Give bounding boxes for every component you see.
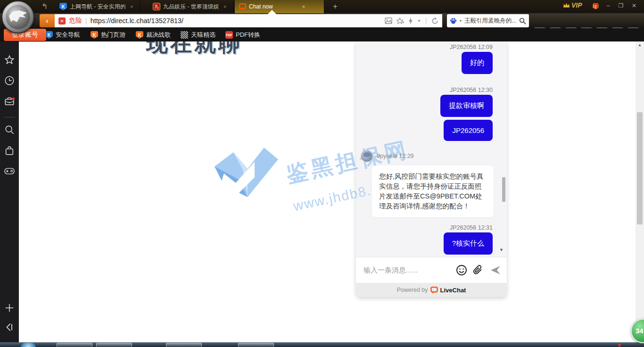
livechat-widget: 鉴黑担保网 www.jhdb8.com JP262056 12:09 好的 JP…	[356, 41, 507, 297]
baidu-paw-icon	[450, 17, 457, 25]
orange-shield-k-icon: K	[91, 31, 98, 39]
back-button[interactable]: ‹	[40, 14, 55, 27]
gift-icon[interactable]: 🎁	[592, 3, 599, 9]
history-clock-icon[interactable]	[4, 75, 15, 86]
bookmark-pdf-convert[interactable]: PDF PDF转换	[225, 28, 260, 41]
collapse-sidebar-icon[interactable]	[4, 322, 15, 332]
chat-footer: Powered by LiveChat	[356, 283, 507, 297]
blue-shield-k-icon: K	[45, 31, 53, 39]
tab-title: 九品娱乐 - 世界顶级娱	[163, 3, 219, 11]
favorite-add-icon[interactable]	[396, 17, 404, 25]
tab-close-icon[interactable]: ×	[130, 4, 133, 9]
watermark-check-logo	[198, 140, 285, 211]
chat-input-placeholder[interactable]: 输入一条消息......	[363, 266, 418, 275]
games-gamepad-icon[interactable]	[4, 166, 15, 176]
scrollbar-thumb[interactable]	[637, 112, 643, 224]
messages-briefcase-icon[interactable]	[4, 96, 15, 107]
bookmark-safe-nav[interactable]: K 安全导航	[45, 28, 80, 41]
start-orb-icon[interactable]	[21, 343, 36, 347]
bookmark-war-song[interactable]: K 裁决战歌	[136, 28, 171, 41]
scroll-down-icon[interactable]: ▼	[499, 248, 504, 252]
minimize-button[interactable]: –	[603, 0, 614, 11]
search-icon[interactable]	[519, 17, 526, 25]
search-engine-caret-icon[interactable]: ▼	[459, 19, 462, 23]
image-icon[interactable]	[385, 17, 392, 24]
restore-button[interactable]: ❐	[615, 0, 627, 11]
message-meta: JP262056 12:31	[450, 224, 493, 231]
taskbar-app-button[interactable]	[166, 343, 202, 347]
taskbar-app-button[interactable]	[96, 343, 132, 347]
message-meta: JP262056 12:30	[450, 87, 493, 93]
browser-toolbar: ‹ ✕ 危险 | https://direct.lc.chat/13527813…	[0, 13, 644, 28]
tab-bar: ↰ K 上网导航 - 安全实用的 × 九 九品娱乐 - 世界顶级娱 × Chat…	[0, 0, 644, 13]
blue-shield-favicon: K	[59, 3, 67, 10]
livechat-logo-icon	[430, 287, 438, 294]
checker-grid-icon	[181, 31, 188, 39]
page-heading: 现在就聊	[146, 41, 242, 58]
tab-close-icon[interactable]: ×	[302, 4, 305, 9]
taskbar-app-button[interactable]	[238, 343, 274, 347]
favorites-star-icon[interactable]	[4, 55, 15, 65]
tab-close-icon[interactable]: ×	[223, 4, 226, 9]
new-tab-button[interactable]: +	[330, 1, 340, 12]
tab-chat-now[interactable]: Chat now ×	[235, 0, 324, 13]
emoji-icon[interactable]	[456, 264, 467, 276]
tab-title: 上网导航 - 安全实用的	[70, 3, 125, 11]
active-tab-notch	[268, 10, 276, 14]
shopping-bag-icon[interactable]	[4, 146, 15, 156]
page-scrollbar[interactable]: ▲	[636, 41, 644, 342]
tab-jiupin-casino[interactable]: 九 九品娱乐 - 世界顶级娱 ×	[149, 0, 234, 13]
send-icon[interactable]	[490, 264, 501, 276]
livechat-bubble-favicon	[239, 3, 246, 10]
agent-message-bubble: 您好,风控部门需要核实您的账号真实信息，请您手持身份证正反面照片发送邮件至CS@…	[372, 165, 494, 217]
tab-title: Chat now	[249, 3, 273, 10]
chevron-down-icon[interactable]: ▼	[417, 19, 421, 23]
sidebar-divider	[4, 117, 15, 117]
browser-sidebar	[0, 41, 19, 342]
orange-shield-k-icon: K	[136, 31, 143, 39]
pdf-icon: PDF	[225, 31, 233, 39]
crown-icon	[563, 2, 570, 8]
search-icon[interactable]	[4, 124, 15, 135]
close-button[interactable]: ✕	[628, 0, 640, 11]
cheetah-browser-logo[interactable]	[1, 0, 34, 33]
lightning-icon[interactable]	[408, 17, 413, 25]
message-meta: JP262056 12:09	[450, 44, 493, 50]
page-content: 现在就聊 鉴黑担保网 www.jhdb8.com 鉴黑担保网 www.jhdb8…	[19, 41, 636, 342]
danger-x-icon: ✕	[58, 17, 66, 25]
search-query[interactable]: 王毅引用孟晚舟的...	[464, 17, 517, 25]
user-message-bubble: JP262056	[444, 120, 493, 141]
tab-navigation-site[interactable]: K 上网导航 - 安全实用的 ×	[56, 0, 140, 13]
windows-taskbar[interactable]	[0, 342, 644, 347]
chat-scrollbar-thumb[interactable]	[502, 177, 505, 202]
user-message-bubble: 提款审核啊	[440, 95, 493, 117]
chat-input-bar[interactable]: 输入一条消息......	[356, 257, 507, 283]
add-plus-icon[interactable]	[4, 303, 15, 313]
taskbar-red-dot-icon	[618, 344, 621, 347]
vip-badge[interactable]: VIP	[563, 1, 582, 9]
bookmark-tmall[interactable]: 天猫精选	[181, 28, 215, 41]
bookmark-hot-games[interactable]: K 热门页游	[91, 28, 125, 41]
search-box[interactable]: ▼ 王毅引用孟晚舟的...	[447, 14, 529, 27]
scrollbar-up-arrow[interactable]: ▲	[636, 43, 644, 47]
url-text[interactable]: https://direct.lc.chat/13527813/	[91, 17, 381, 25]
page-action-icons: ▼ |	[385, 17, 438, 25]
refresh-icon[interactable]	[431, 17, 438, 25]
red-emblem-favicon: 九	[153, 3, 160, 10]
agent-name-time: 9pyuele 12:29	[377, 153, 414, 159]
history-back-arrow-icon[interactable]: ↰	[41, 2, 48, 11]
user-message-bubble: ?核实什么	[444, 232, 493, 255]
url-separator: |	[85, 17, 87, 25]
danger-label: 危险	[69, 17, 82, 25]
address-bar[interactable]: ✕ 危险 | https://direct.lc.chat/13527813/ …	[55, 14, 442, 27]
livechat-brand-label[interactable]: LiveChat	[440, 287, 466, 294]
user-message-bubble: 好的	[462, 52, 493, 74]
attachment-paperclip-icon[interactable]	[472, 264, 483, 276]
powered-by-label: Powered by	[397, 287, 428, 293]
chat-message-list[interactable]: 鉴黑担保网 www.jhdb8.com JP262056 12:09 好的 JP…	[356, 41, 507, 257]
bookmarks-bar: 度 K 安全导航 K 热门页游 K 裁决战歌 天猫精选 PDF PDF转换	[0, 28, 644, 41]
taskbar-app-button[interactable]	[57, 343, 92, 347]
agent-avatar	[361, 150, 373, 162]
cheetah-head-icon	[6, 5, 30, 29]
